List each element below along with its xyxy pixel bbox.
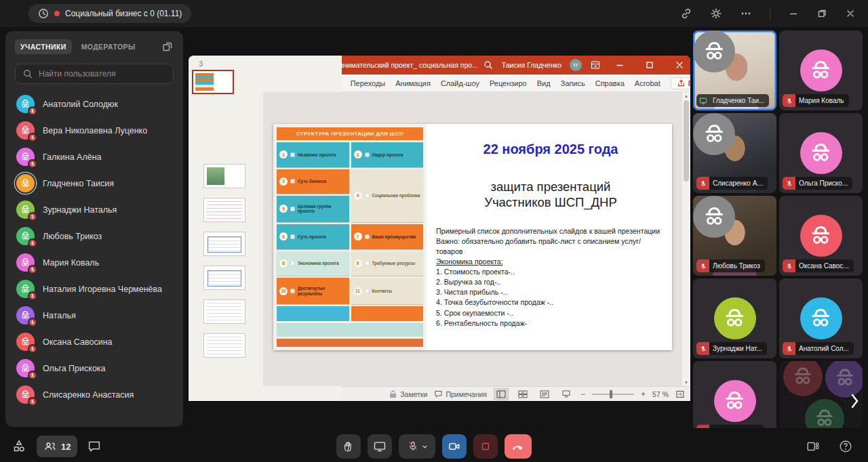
participant-avatar — [16, 227, 35, 245]
popout-panel-icon[interactable] — [161, 41, 174, 53]
ribbon-tab[interactable]: Справка — [595, 79, 625, 87]
account-name[interactable]: Таисия Гладченко — [502, 61, 561, 69]
tile-name-label: Гладченко Таи... — [696, 94, 769, 107]
ppt-minimize-icon[interactable] — [609, 56, 631, 75]
restore-window-icon[interactable] — [816, 8, 827, 19]
more-options-icon[interactable] — [740, 7, 752, 20]
infographic-item: 4 Социальная проблема — [351, 169, 424, 222]
notes-button[interactable]: Заметки — [389, 390, 427, 398]
participant-row[interactable]: Наталья — [9, 302, 179, 329]
participant-row[interactable]: Наталия Игоревна Черменёва — [9, 276, 179, 302]
record-button[interactable] — [473, 434, 498, 459]
reading-view-button[interactable] — [537, 388, 552, 400]
normal-view-button[interactable] — [494, 388, 509, 400]
screen-share-badge — [696, 94, 709, 107]
participant-row[interactable]: Зурнаджи Наталья — [9, 196, 179, 223]
incognito-avatar-icon — [812, 406, 837, 428]
infographic-item: 11 Контакты — [351, 278, 424, 304]
layout-view-icon[interactable] — [806, 439, 821, 454]
infographic-footer-orange-bar — [351, 306, 424, 321]
video-tile[interactable]: Анатолий Сол... — [779, 278, 863, 358]
sidebar-tab[interactable]: УЧАСТНИКИ — [15, 39, 72, 54]
zoom-slider-thumb[interactable] — [610, 390, 612, 398]
video-tile[interactable]: Слисаренко А... — [693, 113, 776, 193]
zoom-in-button[interactable]: + — [641, 390, 646, 399]
settings-gear-icon[interactable] — [710, 7, 722, 20]
notes-icon — [389, 390, 397, 398]
minimize-window-icon[interactable] — [788, 8, 799, 19]
slide-body-line: 5. Срок окупаемости -.. — [436, 308, 665, 318]
video-tile[interactable]: Любовь Трикоз — [693, 196, 776, 276]
sidebar-tab[interactable]: МОДЕРАТОРЫ — [76, 39, 141, 54]
camera-button[interactable] — [442, 434, 467, 459]
ppt-close-icon[interactable] — [669, 56, 690, 75]
ribbon-tab[interactable]: Рецензиро — [490, 79, 527, 87]
slide-thumbnail-image — [192, 92, 234, 94]
scrollbar-thumb[interactable] — [684, 100, 689, 182]
comments-button[interactable]: Примечания — [434, 390, 487, 398]
zoom-level[interactable]: 57 % — [652, 390, 669, 398]
share-screen-button[interactable] — [368, 434, 392, 459]
mic-muted-icon — [700, 180, 707, 187]
canvas-scrollbar[interactable]: ▲ ▼ — [682, 92, 690, 386]
participant-row[interactable]: Ольга Прискока — [9, 355, 179, 381]
ribbon-display-options-icon[interactable] — [590, 60, 601, 70]
participant-row[interactable]: Любовь Трикоз — [9, 223, 179, 249]
video-tile[interactable]: Зурнаджи Нат... — [693, 278, 776, 358]
ribbon-tab[interactable]: Слайд-шоу — [441, 79, 479, 87]
participant-row[interactable]: Слисаренко Анастасия — [9, 381, 179, 408]
help-icon[interactable] — [838, 439, 853, 454]
share-screen-icon — [373, 440, 387, 453]
mic-muted-icon — [30, 240, 35, 246]
zoom-slider[interactable] — [592, 394, 634, 395]
participant-row[interactable]: Галкина Алёна — [9, 144, 179, 170]
video-tile[interactable]: Оксана Савос... — [779, 196, 863, 276]
video-tile[interactable]: Гладченко Таи... — [693, 30, 776, 110]
video-tile[interactable]: Галкина Алёна — [693, 361, 776, 428]
video-tile[interactable]: Ольга Приско... — [779, 113, 863, 193]
raise-hand-button[interactable] — [336, 434, 361, 459]
zoom-out-button[interactable]: − — [580, 390, 585, 399]
participant-row[interactable]: Гладченко Таисия — [9, 170, 179, 196]
scroll-down-icon[interactable]: ▼ — [684, 380, 689, 385]
search-user-input[interactable] — [39, 69, 161, 79]
participants-count-button[interactable]: 12 — [37, 436, 77, 457]
ppt-search-icon[interactable] — [483, 60, 494, 70]
muted-mic-badge — [783, 94, 795, 107]
end-call-button[interactable] — [505, 434, 532, 459]
slide-sorter-view-button[interactable] — [515, 388, 530, 400]
participant-row[interactable]: Вера Николаевна Луценко — [9, 117, 179, 144]
scroll-up-icon[interactable]: ▲ — [684, 93, 689, 98]
microphone-button[interactable] — [399, 434, 435, 459]
share-button[interactable]: Поделиться — [671, 77, 690, 89]
ribbon-tab[interactable]: Переходы — [351, 79, 386, 87]
chevron-down-icon[interactable] — [422, 444, 428, 450]
ribbon-tab[interactable]: Запись — [561, 79, 585, 87]
account-avatar[interactable]: ТГ — [570, 59, 582, 71]
participant-avatar — [16, 280, 35, 298]
slideshow-view-button[interactable] — [559, 388, 574, 400]
video-tile[interactable]: Мария Коваль — [779, 30, 863, 110]
muted-mic-badge — [28, 371, 37, 380]
board-shapes-icon[interactable] — [11, 438, 27, 455]
participant-row[interactable]: Оксана Савосина — [9, 329, 179, 355]
raise-hand-icon — [342, 440, 355, 453]
close-window-icon[interactable] — [845, 8, 856, 19]
participant-row[interactable]: Анатолий Солодюк — [9, 91, 179, 117]
fit-to-window-icon[interactable] — [675, 390, 685, 399]
ribbon-tab[interactable]: Acrobat — [635, 79, 660, 87]
ribbon-tab[interactable]: Анимация — [395, 79, 431, 87]
ribbon-tab[interactable]: Вид — [537, 79, 551, 87]
participant-row[interactable]: Мария Коваль — [9, 249, 179, 276]
next-page-icon[interactable] — [848, 391, 861, 411]
ppt-maximize-icon[interactable] — [639, 56, 660, 75]
incognito-avatar-icon — [833, 366, 857, 390]
infographic-item-number: 6 — [279, 232, 288, 240]
infographic-item: 6 Суть проекта — [277, 224, 349, 249]
search-user-box[interactable] — [15, 64, 174, 84]
copy-link-icon[interactable] — [680, 7, 692, 20]
infographic-item-number: 7 — [354, 232, 362, 240]
video-tile[interactable] — [779, 361, 863, 428]
chat-icon[interactable] — [87, 439, 102, 454]
infographic-item-number: 9 — [354, 259, 362, 268]
